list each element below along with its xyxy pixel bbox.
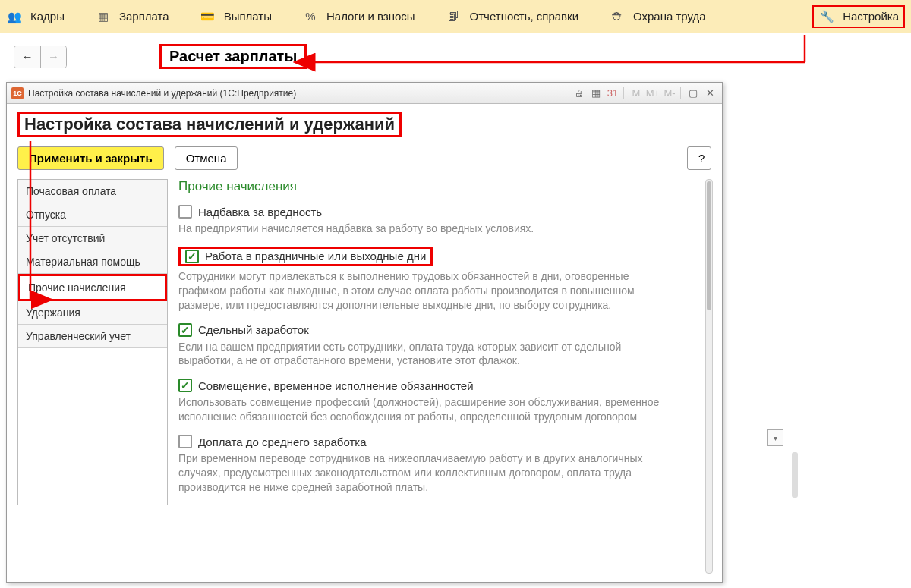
sidebar: Почасовая оплата Отпуска Учет отсутствий… [17,179,168,505]
dialog-titlebar: 1C Настройка состава начислений и удержа… [7,83,722,104]
sidebar-item-deduct[interactable]: Удержания [18,301,167,325]
nav-label: Настройка [843,10,899,23]
option-avg: Доплата до среднего заработка При времен… [178,435,701,495]
wrench-icon: 🔧 [818,8,835,25]
sidebar-item-hourly[interactable]: Почасовая оплата [18,180,167,203]
nav-otchet[interactable]: 🗐 Отчетность, справки [446,8,578,25]
print-icon[interactable]: 🖨 [572,86,587,100]
checkbox-holiday[interactable] [185,250,199,263]
panes: Почасовая оплата Отпуска Учет отсутствий… [17,179,711,505]
cancel-button[interactable]: Отмена [175,146,238,170]
mminus-icon[interactable]: M- [662,86,677,100]
nav-label: Выплаты [224,10,272,23]
m-icon[interactable]: M [629,86,644,100]
mplus-icon[interactable]: M+ [645,86,660,100]
scrollbar[interactable] [705,179,713,574]
option-label: Доплата до среднего заработка [198,435,367,448]
window-title: Настройка состава начислений и удержаний… [28,88,296,99]
sidebar-item-aid[interactable]: Материальная помощь [18,250,167,274]
checkbox-piecework[interactable] [178,323,192,337]
sidebar-item-vacation[interactable]: Отпуска [18,203,167,227]
option-desc: Если на вашем предприятии есть сотрудник… [178,340,664,369]
app-1c-icon: 1C [11,87,24,99]
nav-back-button[interactable]: ← [14,46,40,68]
option-piecework: Сдельный заработок Если на вашем предпри… [178,323,701,369]
option-desc: Сотрудники могут привлекаться к выполнен… [178,269,664,313]
nav-label: Кадры [30,10,65,23]
nav-label: Отчетность, справки [470,10,578,23]
settings-dialog: 1C Настройка состава начислений и удержа… [6,82,723,583]
option-desc: На предприятии начисляется надбавка за р… [178,222,664,236]
nav-label: Налоги и взносы [326,10,415,23]
option-holiday: Работа в праздничные или выходные дни Со… [178,247,701,313]
dialog-heading: Настройка состава начислений и удержаний [17,112,402,137]
apply-close-button[interactable]: Применить и закрыть [17,146,164,170]
breadcrumb: Расчет зарплаты [159,44,307,69]
button-row: Применить и закрыть Отмена ? [17,146,711,170]
checkbox-combine[interactable] [178,379,192,392]
option-label: Совмещение, временное исполнение обязанн… [198,379,474,392]
close-icon[interactable]: ✕ [702,86,717,100]
sidebar-item-mgmt[interactable]: Управленческий учет [18,325,167,348]
nav-vyplaty[interactable]: 💳 Выплаты [200,8,272,25]
top-nav: 👥 Кадры ▦ Зарплата 💳 Выплаты % Налоги и … [0,0,911,33]
scrollbar-thumb[interactable] [707,181,711,310]
nav-label: Охрана труда [633,10,706,23]
nav-nalogi[interactable]: % Налоги и взносы [302,8,415,25]
checkbox-hazard[interactable] [178,205,192,219]
option-label: Сдельный заработок [198,323,309,336]
option-desc: При временном переводе сотрудников на ни… [178,451,664,495]
nav-zarplata[interactable]: ▦ Зарплата [95,8,169,25]
help-button[interactable]: ? [687,146,711,170]
external-dropdown-icon[interactable]: ▾ [767,429,783,446]
report-icon: 🗐 [446,8,462,25]
content-pane: Прочие начисления Надбавка за вредность … [178,179,711,505]
sidebar-item-absence[interactable]: Учет отсутствий [18,227,167,250]
external-scrollbar[interactable] [792,452,798,498]
nav-arrows: ← → [14,46,67,68]
people-icon: 👥 [6,8,23,25]
checkbox-avg[interactable] [178,435,192,448]
window-icon[interactable]: ▢ [686,86,701,100]
option-label: Работа в праздничные или выходные дни [205,250,426,263]
helmet-icon: ⛑ [609,8,626,25]
nav-fwd-button[interactable]: → [40,46,66,68]
separator [623,87,624,99]
nav-label: Зарплата [119,10,169,23]
option-desc: Использовать совмещение профессий (должн… [178,395,664,424]
option-label: Надбавка за вредность [198,206,322,219]
nav-kadry[interactable]: 👥 Кадры [6,8,65,25]
calculator-icon: ▦ [95,8,112,25]
option-hazard: Надбавка за вредность На предприятии нач… [178,205,701,236]
section-title: Прочие начисления [178,179,701,194]
grid-icon[interactable]: ▦ [588,86,604,100]
option-combine: Совмещение, временное исполнение обязанн… [178,379,701,424]
card-icon: 💳 [200,8,216,25]
calendar-icon[interactable]: 31 [605,86,620,100]
sidebar-item-other[interactable]: Прочие начисления [18,274,167,301]
nav-row: ← → Расчет зарплаты [0,33,911,77]
separator [680,87,681,99]
percent-icon: % [302,8,319,25]
nav-nastroika[interactable]: 🔧 Настройка [812,5,905,28]
dialog-body: Настройка состава начислений и удержаний… [7,104,722,513]
nav-ohrana[interactable]: ⛑ Охрана труда [609,8,706,25]
